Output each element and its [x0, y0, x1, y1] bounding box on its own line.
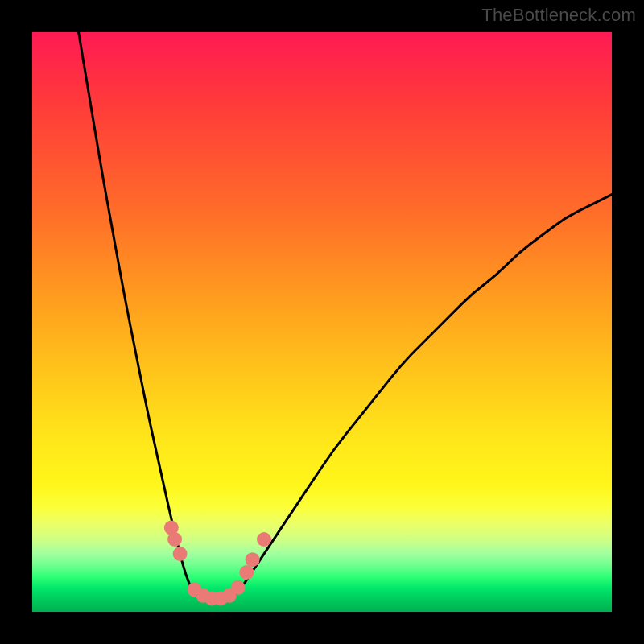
left-curve [79, 32, 206, 601]
chart-frame: TheBottleneck.com [0, 0, 644, 644]
marker-dot [257, 532, 271, 547]
marker-dot [231, 580, 246, 595]
curves-svg [32, 32, 612, 612]
watermark-text: TheBottleneck.com [481, 5, 636, 26]
marker-dot [167, 532, 182, 547]
markers-group [164, 521, 271, 606]
marker-dot [246, 552, 260, 567]
marker-dot [173, 547, 188, 561]
plot-area [32, 32, 612, 612]
right-curve [229, 195, 612, 601]
marker-dot [239, 565, 254, 580]
